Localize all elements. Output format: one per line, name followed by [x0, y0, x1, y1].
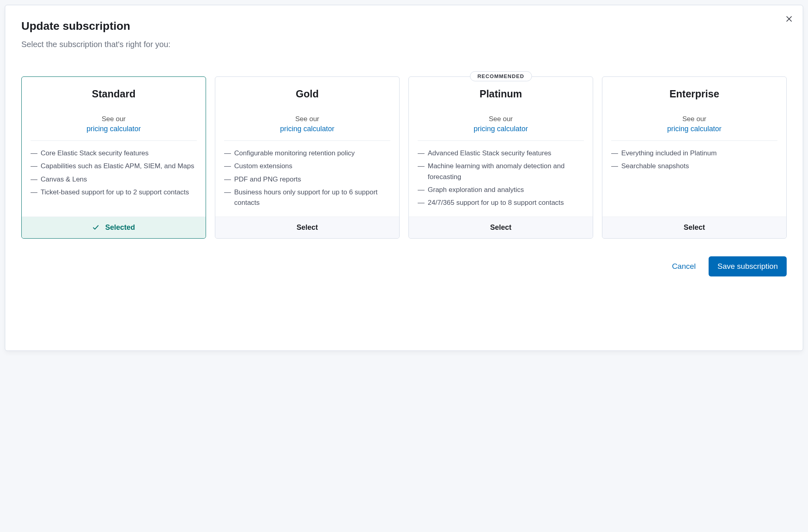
dash-icon: —: [418, 148, 425, 159]
update-subscription-modal: Update subscription Select the subscript…: [5, 5, 803, 351]
tier-card-standard: StandardSee ourpricing calculator—Core E…: [21, 76, 206, 239]
divider: [611, 140, 777, 141]
dash-icon: —: [31, 187, 37, 198]
feature-item: —Advanced Elastic Stack security feature…: [418, 148, 584, 159]
feature-text: Custom extensions: [234, 161, 293, 171]
cancel-button[interactable]: Cancel: [672, 262, 696, 271]
pricing-calculator-link[interactable]: pricing calculator: [224, 125, 390, 133]
divider: [224, 140, 390, 141]
close-icon: [785, 15, 793, 23]
subscription-tiers: StandardSee ourpricing calculator—Core E…: [21, 76, 787, 239]
feature-text: Graph exploration and analytics: [428, 185, 524, 195]
feature-list: —Advanced Elastic Stack security feature…: [418, 148, 584, 208]
see-our-text: See our: [31, 115, 197, 123]
tier-card-platinum: RECOMMENDEDPlatinumSee ourpricing calcul…: [408, 76, 593, 239]
dash-icon: —: [418, 198, 425, 208]
pricing-calculator-link[interactable]: pricing calculator: [31, 125, 197, 133]
feature-text: Ticket-based support for up to 2 support…: [41, 187, 189, 198]
feature-item: —Custom extensions: [224, 161, 390, 171]
tier-card-gold: GoldSee ourpricing calculator—Configurab…: [215, 76, 400, 239]
dash-icon: —: [224, 161, 231, 171]
dash-icon: —: [31, 148, 37, 159]
feature-item: —Machine learning with anomaly detection…: [418, 161, 584, 182]
feature-item: —Everything included in Platinum: [611, 148, 777, 159]
dash-icon: —: [418, 185, 425, 195]
recommended-badge: RECOMMENDED: [470, 71, 532, 81]
dash-icon: —: [224, 174, 231, 185]
feature-list: —Core Elastic Stack security features—Ca…: [31, 148, 197, 198]
close-button[interactable]: [783, 12, 796, 27]
dash-icon: —: [418, 161, 425, 182]
modal-subtitle: Select the subscription that's right for…: [21, 40, 787, 49]
tier-card-body: GoldSee ourpricing calculator—Configurab…: [215, 77, 399, 217]
feature-list: —Everything included in Platinum—Searcha…: [611, 148, 777, 172]
dash-icon: —: [611, 148, 618, 159]
feature-item: —Canvas & Lens: [31, 174, 197, 185]
check-icon: [92, 224, 99, 231]
tier-card-body: EnterpriseSee ourpricing calculator—Ever…: [602, 77, 786, 217]
dash-icon: —: [611, 161, 618, 171]
feature-item: —Core Elastic Stack security features: [31, 148, 197, 159]
feature-item: —24/7/365 support for up to 8 support co…: [418, 198, 584, 208]
feature-item: —Business hours only support for up to 6…: [224, 187, 390, 208]
feature-text: Advanced Elastic Stack security features: [428, 148, 551, 159]
feature-text: Configurable monitoring retention policy: [234, 148, 355, 159]
see-our-text: See our: [418, 115, 584, 123]
feature-text: Everything included in Platinum: [621, 148, 717, 159]
modal-actions: Cancel Save subscription: [21, 256, 787, 276]
feature-text: 24/7/365 support for up to 8 support con…: [428, 198, 564, 208]
divider: [31, 140, 197, 141]
tier-card-body: PlatinumSee ourpricing calculator—Advanc…: [409, 77, 593, 217]
tier-name: Standard: [31, 88, 197, 100]
feature-text: Capabilities such as Elastic APM, SIEM, …: [41, 161, 194, 171]
pricing-calculator-link[interactable]: pricing calculator: [418, 125, 584, 133]
feature-text: Business hours only support for up to 6 …: [234, 187, 390, 208]
feature-item: —Ticket-based support for up to 2 suppor…: [31, 187, 197, 198]
feature-text: PDF and PNG reports: [234, 174, 301, 185]
feature-text: Searchable snapshots: [621, 161, 689, 171]
tier-name: Platinum: [418, 88, 584, 100]
dash-icon: —: [224, 187, 231, 208]
feature-item: —Capabilities such as Elastic APM, SIEM,…: [31, 161, 197, 171]
divider: [418, 140, 584, 141]
tier-name: Enterprise: [611, 88, 777, 100]
feature-text: Canvas & Lens: [41, 174, 87, 185]
see-our-text: See our: [611, 115, 777, 123]
feature-text: Core Elastic Stack security features: [41, 148, 148, 159]
tier-name: Gold: [224, 88, 390, 100]
selected-label: Selected: [105, 223, 135, 232]
feature-item: —PDF and PNG reports: [224, 174, 390, 185]
tier-card-enterprise: EnterpriseSee ourpricing calculator—Ever…: [602, 76, 787, 239]
selected-indicator[interactable]: Selected: [22, 217, 206, 238]
modal-title: Update subscription: [21, 20, 787, 33]
select-button[interactable]: Select: [602, 217, 786, 238]
select-button[interactable]: Select: [215, 217, 399, 238]
feature-item: —Configurable monitoring retention polic…: [224, 148, 390, 159]
select-button[interactable]: Select: [409, 217, 593, 238]
see-our-text: See our: [224, 115, 390, 123]
pricing-calculator-link[interactable]: pricing calculator: [611, 125, 777, 133]
dash-icon: —: [31, 161, 37, 171]
feature-item: —Graph exploration and analytics: [418, 185, 584, 195]
feature-list: —Configurable monitoring retention polic…: [224, 148, 390, 208]
tier-card-body: StandardSee ourpricing calculator—Core E…: [22, 77, 206, 217]
dash-icon: —: [224, 148, 231, 159]
save-subscription-button[interactable]: Save subscription: [709, 256, 787, 276]
dash-icon: —: [31, 174, 37, 185]
feature-text: Machine learning with anomaly detection …: [428, 161, 584, 182]
feature-item: —Searchable snapshots: [611, 161, 777, 171]
